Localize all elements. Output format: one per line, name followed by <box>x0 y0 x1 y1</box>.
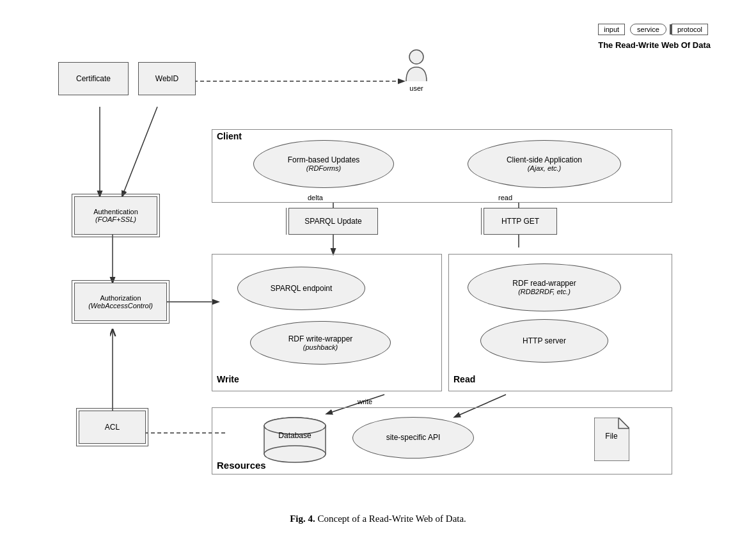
write-arrow-label: write <box>358 398 372 405</box>
rdf-write-line1: RDF write-wrapper <box>288 334 353 343</box>
svg-point-16 <box>264 418 326 434</box>
certificate-box: Certificate <box>58 62 129 95</box>
file-icon: File <box>589 414 634 465</box>
client-line2: (Ajax, etc.) <box>528 164 562 172</box>
caption: Fig. 4. Concept of a Read-Write Web of D… <box>39 514 717 524</box>
form-line1: Form-based Updates <box>288 155 360 164</box>
rdf-write-line2: (pushback) <box>303 343 338 351</box>
svg-line-2 <box>122 107 157 196</box>
caption-text: Concept of a Read-Write Web of Data. <box>315 514 466 524</box>
rdf-read-ellipse: RDF read-wrapper (RDB2RDF, etc.) <box>468 263 621 311</box>
client-line1: Client-side Application <box>507 155 582 164</box>
resources-label: Resources <box>217 460 266 471</box>
site-api-label: site-specific API <box>386 433 441 442</box>
svg-marker-18 <box>618 418 629 428</box>
auth-line1: Authentication <box>93 208 138 216</box>
legend-protocol-label: protocol <box>672 24 708 35</box>
legend-input-label: input <box>598 24 625 35</box>
webid-box: WebID <box>138 62 196 95</box>
file-label: File <box>605 432 617 441</box>
sparql-update-label: SPARQL Update <box>304 217 361 226</box>
database-cylinder: Database <box>260 417 330 463</box>
user-label: user <box>409 84 423 92</box>
svg-point-15 <box>264 446 326 462</box>
form-updates-ellipse: Form-based Updates (RDForms) <box>253 140 394 188</box>
rdf-read-line1: RDF read-wrapper <box>512 279 576 288</box>
read-label: read <box>498 194 512 201</box>
legend-service-label: service <box>630 24 666 35</box>
certificate-label: Certificate <box>76 74 111 83</box>
rdf-read-line2: (RDB2RDF, etc.) <box>518 288 571 295</box>
http-get-label: HTTP GET <box>501 217 539 226</box>
user-figure: user <box>404 49 429 92</box>
write-label: Write <box>217 374 239 384</box>
http-server-label: HTTP server <box>523 336 566 345</box>
client-app-ellipse: Client-side Application (Ajax, etc.) <box>468 140 621 188</box>
authorization-line1: Authorization <box>100 294 141 302</box>
form-line2: (RDForms) <box>306 164 341 172</box>
auth-line2: (FOAF+SSL) <box>95 216 136 223</box>
delta-label: delta <box>308 194 323 201</box>
svg-point-12 <box>409 50 423 64</box>
acl-label: ACL <box>105 423 120 432</box>
fig-label: Fig. 4. <box>290 514 315 524</box>
webid-label: WebID <box>155 74 178 83</box>
rdf-write-ellipse: RDF write-wrapper (pushback) <box>250 321 391 365</box>
legend-items: input service protocol <box>598 24 708 35</box>
sparql-endpoint-ellipse: SPARQL endpoint <box>237 267 365 310</box>
authorization-line2: (WebAccessControl) <box>88 302 153 310</box>
client-label: Client <box>217 131 242 141</box>
sparql-endpoint-label: SPARQL endpoint <box>271 284 333 293</box>
read-label-text: Read <box>453 374 475 384</box>
legend-title: The Read-Write Web Of Data <box>598 40 711 50</box>
site-api-ellipse: site-specific API <box>352 417 474 459</box>
legend: input service protocol The Read-Write We… <box>598 24 711 50</box>
http-server-ellipse: HTTP server <box>480 319 608 363</box>
